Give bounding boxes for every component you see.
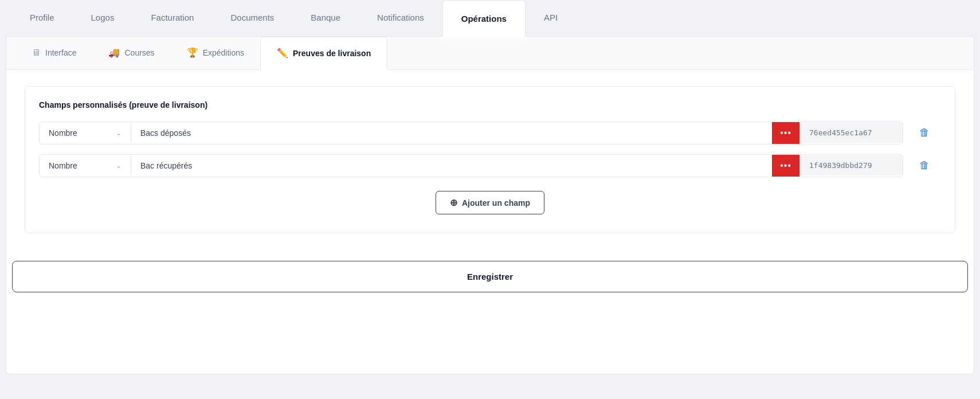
top-nav-tab-facturation[interactable]: Facturation xyxy=(132,0,212,36)
field-id-1: 1f49839dbbd279 xyxy=(799,155,903,175)
preuves-icon: ✏️ xyxy=(277,48,288,58)
top-nav-tab-documents[interactable]: Documents xyxy=(212,0,292,36)
field-options-button-1[interactable]: ••• xyxy=(772,155,799,177)
field-type-select-1[interactable]: Nombre⌄ xyxy=(40,155,131,176)
field-row-wrapper: Nombre⌄•••1f49839dbbd279🗑 xyxy=(39,154,941,177)
field-delete-button-1[interactable]: 🗑 xyxy=(908,154,941,177)
top-nav-tab-notifications[interactable]: Notifications xyxy=(359,0,442,36)
sub-tab-courses[interactable]: 🚚Courses xyxy=(92,37,170,69)
section-title: Champs personnalisés (preuve de livraiso… xyxy=(39,100,941,109)
dots-icon-1: ••• xyxy=(780,161,791,171)
field-id-0: 76eed455ec1a67 xyxy=(799,123,903,143)
top-nav-tab-logos[interactable]: Logos xyxy=(73,0,133,36)
field-row: Nombre⌄•••1f49839dbbd279 xyxy=(39,154,903,177)
add-field-label: Ajouter un champ xyxy=(462,198,530,208)
field-type-label-0: Nombre xyxy=(49,128,111,138)
field-name-input-1[interactable] xyxy=(131,155,772,176)
sub-tab-interface[interactable]: 🖥Interface xyxy=(15,37,92,69)
add-field-container: ⊕ Ajouter un champ xyxy=(39,191,941,214)
fields-container: Nombre⌄•••76eed455ec1a67🗑Nombre⌄•••1f498… xyxy=(39,121,941,177)
field-row-wrapper: Nombre⌄•••76eed455ec1a67🗑 xyxy=(39,121,941,144)
add-field-button[interactable]: ⊕ Ajouter un champ xyxy=(436,191,544,214)
trash-icon-0: 🗑 xyxy=(919,127,930,138)
trash-icon-1: 🗑 xyxy=(919,159,930,171)
interface-label: Interface xyxy=(45,48,76,57)
chevron-down-icon-1: ⌄ xyxy=(116,162,121,170)
top-nav-tab-profile[interactable]: Profile xyxy=(11,0,73,36)
top-nav-tab-banque[interactable]: Banque xyxy=(292,0,359,36)
expeditions-label: Expéditions xyxy=(203,48,244,57)
main-content: 🖥Interface🚚Courses🏆Expéditions✏️Preuves … xyxy=(6,36,974,374)
content-area: Champs personnalisés (preuve de livraiso… xyxy=(6,70,974,249)
top-nav-tab-operations[interactable]: Opérations xyxy=(442,0,526,37)
field-type-select-0[interactable]: Nombre⌄ xyxy=(40,123,131,143)
section-box: Champs personnalisés (preuve de livraiso… xyxy=(25,86,955,233)
field-type-label-1: Nombre xyxy=(49,161,111,170)
sub-tab-expeditions[interactable]: 🏆Expéditions xyxy=(171,37,260,69)
chevron-down-icon-0: ⌄ xyxy=(116,129,121,137)
courses-icon: 🚚 xyxy=(108,47,120,58)
courses-label: Courses xyxy=(124,48,154,57)
field-name-input-0[interactable] xyxy=(131,123,772,143)
sub-tab-preuves[interactable]: ✏️Preuves de livraison xyxy=(260,37,387,70)
top-nav-tab-api[interactable]: API xyxy=(526,0,576,36)
preuves-label: Preuves de livraison xyxy=(293,49,371,58)
field-delete-button-0[interactable]: 🗑 xyxy=(908,121,941,144)
save-button[interactable]: Enregistrer xyxy=(12,261,968,292)
field-options-button-0[interactable]: ••• xyxy=(772,122,799,144)
top-nav: ProfileLogosFacturationDocumentsBanqueNo… xyxy=(0,0,980,36)
dots-icon-0: ••• xyxy=(780,128,791,138)
interface-icon: 🖥 xyxy=(32,48,41,58)
expeditions-icon: 🏆 xyxy=(187,47,198,58)
save-container: Enregistrer xyxy=(6,261,974,298)
sub-tabs: 🖥Interface🚚Courses🏆Expéditions✏️Preuves … xyxy=(6,37,974,70)
plus-circle-icon: ⊕ xyxy=(450,197,457,208)
field-row: Nombre⌄•••76eed455ec1a67 xyxy=(39,122,903,144)
